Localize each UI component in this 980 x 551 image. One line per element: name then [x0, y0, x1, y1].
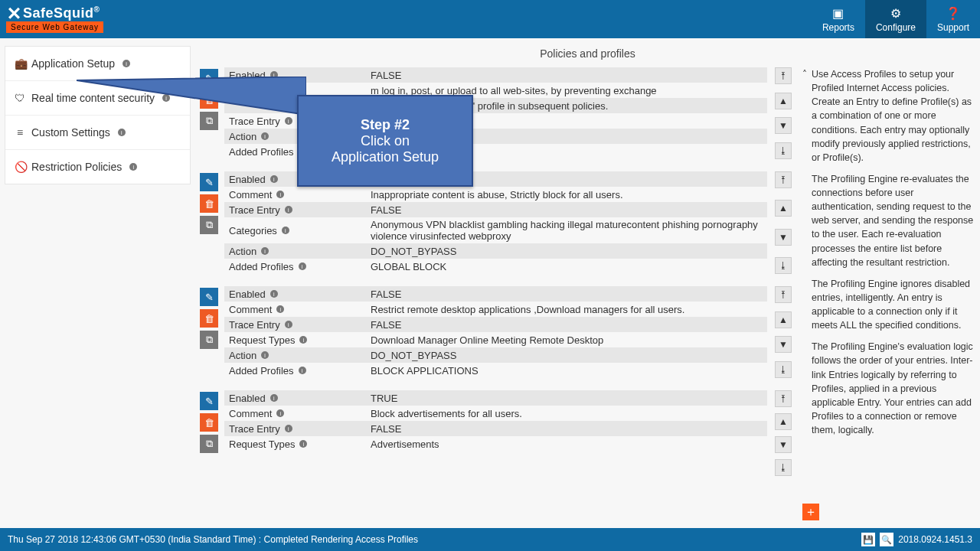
- property-label: Trace Entryi: [224, 422, 366, 436]
- property-value: GLOBAL BLOCK: [366, 259, 767, 274]
- move-up-button[interactable]: ▲: [775, 413, 792, 430]
- sidebar-item-label: Restriction Policies: [31, 161, 122, 173]
- cogs-icon: ⚙: [890, 6, 901, 21]
- move-down-button[interactable]: ▼: [775, 117, 792, 134]
- policy-entry: ✎🗑⧉EnablediFALSECommentiRestrict remote …: [200, 286, 793, 378]
- help-paragraph: The Profiling Engine's evaluation logic …: [812, 340, 975, 437]
- add-entry-button[interactable]: ＋: [802, 504, 819, 520]
- property-label: Added Profilesi: [224, 259, 366, 274]
- nav-reports[interactable]: ▣ Reports: [812, 0, 865, 38]
- move-bottom-button[interactable]: ⭳: [775, 257, 792, 274]
- property-label: Enabledi: [224, 391, 366, 406]
- property-row: Trace EntryiFALSE: [224, 317, 767, 332]
- delete-button[interactable]: 🗑: [200, 194, 218, 213]
- info-icon: i: [285, 321, 292, 328]
- property-label: Added Profilesi: [224, 364, 366, 378]
- property-value: Download Manager Online Meeting Remote D…: [366, 333, 767, 347]
- move-up-button[interactable]: ▲: [775, 93, 792, 109]
- move-bottom-button[interactable]: ⭳: [775, 142, 792, 159]
- property-label: Trace Entryi: [224, 203, 366, 217]
- policy-entry: ✎🗑⧉EnablediTRUECommentiInappropriate con…: [200, 171, 793, 274]
- nav-configure[interactable]: ⚙ Configure: [865, 0, 926, 38]
- property-label: Commenti: [224, 406, 366, 421]
- move-down-button[interactable]: ▼: [775, 229, 792, 246]
- info-icon: i: [276, 409, 284, 417]
- search-icon[interactable]: 🔍: [880, 533, 893, 546]
- property-value: Advertisements: [366, 437, 767, 452]
- property-row: ActioniDO_NOT_BYPASS: [224, 347, 767, 363]
- callout-arrow-icon: [77, 77, 306, 122]
- property-row: Trace EntryiFALSE: [224, 421, 767, 436]
- help-paragraph: The Profiling Engine ignores disabled en…: [812, 277, 975, 333]
- property-value: Restrict remote desktop applications ,Do…: [366, 302, 767, 317]
- clone-button[interactable]: ⧉: [200, 216, 218, 234]
- brand-tagline: Secure Web Gateway: [6, 21, 103, 33]
- property-value: Inappropriate content is abuse, Strictly…: [366, 187, 767, 202]
- nav-label: Reports: [822, 22, 854, 33]
- property-value: FALSE: [366, 422, 767, 436]
- brand-name: SafeSquid®: [23, 5, 100, 21]
- info-icon: i: [261, 351, 269, 359]
- sidebar-item-restriction-policies[interactable]: 🚫 Restriction Policies i: [5, 150, 190, 184]
- edit-button[interactable]: ✎: [200, 288, 218, 306]
- property-row: CommentiRestrict remote desktop applicat…: [224, 302, 767, 317]
- brand-logo: SafeSquid® Secure Web Gateway: [0, 0, 103, 38]
- property-label: Actioni: [224, 244, 366, 259]
- info-icon: i: [261, 132, 269, 140]
- property-label: Commenti: [224, 187, 366, 202]
- edit-button[interactable]: ✎: [200, 173, 218, 191]
- property-row: CommentiBlock advertisements for all use…: [224, 406, 767, 421]
- move-bottom-button[interactable]: ⭳: [775, 459, 792, 476]
- property-row: Request TypesiDownload Manager Online Me…: [224, 332, 767, 347]
- edit-button[interactable]: ✎: [200, 392, 218, 410]
- property-label: Categoriesi: [224, 223, 366, 238]
- move-down-button[interactable]: ▼: [775, 436, 792, 453]
- property-value: FALSE: [366, 68, 767, 83]
- info-icon: i: [285, 206, 292, 214]
- info-icon: i: [299, 336, 307, 344]
- property-label: Commenti: [224, 302, 366, 317]
- clone-button[interactable]: ⧉: [200, 435, 218, 453]
- info-icon: i: [118, 129, 126, 136]
- save-icon[interactable]: 💾: [861, 533, 875, 546]
- nav-support[interactable]: ❓ Support: [926, 0, 980, 38]
- expand-up-icon[interactable]: ˄: [802, 67, 807, 81]
- help-paragraph: Use Access Profiles to setup your Profil…: [812, 67, 975, 165]
- version-text: 2018.0924.1451.3: [898, 534, 972, 545]
- shield-icon: 🛡: [15, 92, 25, 104]
- move-bottom-button[interactable]: ⭳: [775, 361, 792, 378]
- page-title: Policies and profiles: [200, 44, 975, 67]
- info-icon: i: [270, 175, 278, 183]
- move-up-button[interactable]: ▲: [775, 200, 792, 217]
- property-label: Trace Entryi: [224, 318, 366, 332]
- question-icon: ❓: [946, 6, 961, 21]
- delete-button[interactable]: 🗑: [200, 413, 218, 432]
- property-label: Request Typesi: [224, 437, 366, 452]
- property-value: FALSE: [366, 318, 767, 332]
- briefcase-icon: 💼: [15, 57, 25, 70]
- sliders-icon: ≡: [15, 126, 25, 139]
- move-top-button[interactable]: ⭱: [775, 286, 792, 303]
- clone-button[interactable]: ⧉: [200, 331, 218, 349]
- entry-properties: EnablediFALSECommentiRestrict remote des…: [224, 286, 767, 378]
- callout-line1: Step #2: [361, 117, 410, 133]
- info-icon: i: [299, 262, 306, 270]
- policy-entry: ✎🗑⧉EnablediTRUECommentiBlock advertiseme…: [200, 390, 793, 476]
- move-top-button[interactable]: ⭱: [775, 390, 792, 407]
- move-up-button[interactable]: ▲: [775, 311, 792, 328]
- property-row: CategoriesiAnonymous VPN blacklist gambl…: [224, 217, 767, 243]
- move-top-button[interactable]: ⭱: [775, 67, 792, 84]
- move-top-button[interactable]: ⭱: [775, 171, 792, 188]
- move-down-button[interactable]: ▼: [775, 336, 792, 353]
- property-value: FALSE: [366, 203, 767, 217]
- sidebar-item-label: Application Setup: [31, 57, 115, 70]
- tutorial-callout: Step #2 Click on Application Setup: [297, 95, 473, 187]
- property-value: DO_NOT_BYPASS: [366, 348, 767, 363]
- info-icon: i: [276, 305, 284, 313]
- app-header: SafeSquid® Secure Web Gateway ▣ Reports …: [0, 0, 980, 38]
- nav-label: Configure: [876, 22, 916, 33]
- delete-button[interactable]: 🗑: [200, 309, 218, 328]
- property-value: DO_NOT_BYPASS: [366, 244, 767, 259]
- info-icon: i: [261, 247, 269, 255]
- property-row: EnablediFALSE: [224, 286, 767, 302]
